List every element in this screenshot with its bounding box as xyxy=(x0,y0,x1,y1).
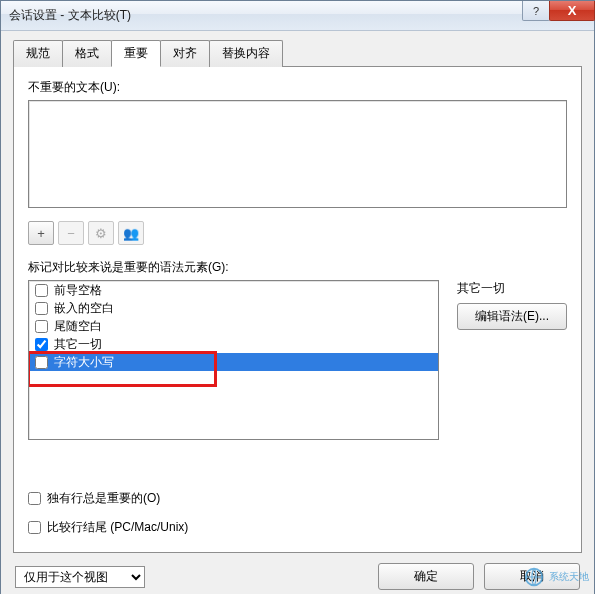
minus-icon: − xyxy=(67,226,75,241)
tab-tihuan[interactable]: 替换内容 xyxy=(209,40,283,67)
checkbox[interactable] xyxy=(35,356,48,369)
dialog-window: 会话设置 - 文本比较(T) ? X 规范 格式 重要 对齐 替换内容 不重要的… xyxy=(0,0,595,594)
orphan-lines-row: 独有行总是重要的(O) xyxy=(28,490,567,507)
settings-button[interactable]: ⚙ xyxy=(88,221,114,245)
orphan-lines-checkbox[interactable] xyxy=(28,492,41,505)
dialog-body: 规范 格式 重要 对齐 替换内容 不重要的文本(U): + − ⚙ 👥 标记对比… xyxy=(1,31,594,553)
checkbox[interactable] xyxy=(35,302,48,315)
tab-zhongyao[interactable]: 重要 xyxy=(111,40,161,67)
scope-select[interactable]: 仅用于这个视图 xyxy=(15,566,145,588)
tab-guifan[interactable]: 规范 xyxy=(13,40,63,67)
tab-strip: 规范 格式 重要 对齐 替换内容 xyxy=(13,40,582,67)
group-button[interactable]: 👥 xyxy=(118,221,144,245)
remove-button[interactable]: − xyxy=(58,221,84,245)
tab-duiqi[interactable]: 对齐 xyxy=(160,40,210,67)
ok-button[interactable]: 确定 xyxy=(378,563,474,590)
globe-icon xyxy=(523,566,545,588)
titlebar-buttons: ? X xyxy=(522,1,594,21)
unimportant-toolbar: + − ⚙ 👥 xyxy=(28,221,567,245)
help-button[interactable]: ? xyxy=(522,1,550,21)
checkbox[interactable] xyxy=(35,320,48,333)
line-endings-label: 比较行结尾 (PC/Mac/Unix) xyxy=(47,519,188,536)
list-item[interactable]: 字符大小写 xyxy=(29,353,438,371)
line-endings-checkbox[interactable] xyxy=(28,521,41,534)
plus-icon: + xyxy=(37,226,45,241)
close-button[interactable]: X xyxy=(549,1,595,21)
checkbox[interactable] xyxy=(35,284,48,297)
list-item-label: 前导空格 xyxy=(54,282,102,299)
unimportant-text-input[interactable] xyxy=(28,100,567,208)
gear-icon: ⚙ xyxy=(95,226,107,241)
add-button[interactable]: + xyxy=(28,221,54,245)
grammar-elements-label: 标记对比较来说是重要的语法元素(G): xyxy=(28,259,567,276)
dialog-footer: 仅用于这个视图 确定 取消 xyxy=(1,553,594,594)
group-icon: 👥 xyxy=(123,226,139,241)
orphan-lines-label: 独有行总是重要的(O) xyxy=(47,490,160,507)
tab-panel-important: 不重要的文本(U): + − ⚙ 👥 标记对比较来说是重要的语法元素(G): 前… xyxy=(13,66,582,553)
list-item[interactable]: 其它一切 xyxy=(29,335,438,353)
watermark: 系统天地 xyxy=(523,566,589,588)
grammar-side-column: 其它一切 编辑语法(E)... xyxy=(457,280,567,330)
everything-else-label: 其它一切 xyxy=(457,280,567,297)
checkbox[interactable] xyxy=(35,338,48,351)
edit-grammar-button[interactable]: 编辑语法(E)... xyxy=(457,303,567,330)
titlebar: 会话设置 - 文本比较(T) ? X xyxy=(1,1,594,31)
grammar-row: 前导空格 嵌入的空白 尾随空白 其它一切 xyxy=(28,280,567,440)
list-item[interactable]: 尾随空白 xyxy=(29,317,438,335)
grammar-listbox[interactable]: 前导空格 嵌入的空白 尾随空白 其它一切 xyxy=(28,280,439,440)
list-item-label: 其它一切 xyxy=(54,336,102,353)
list-item-label: 嵌入的空白 xyxy=(54,300,114,317)
list-item[interactable]: 前导空格 xyxy=(29,281,438,299)
tab-geshi[interactable]: 格式 xyxy=(62,40,112,67)
list-item-label: 字符大小写 xyxy=(54,354,114,371)
line-endings-row: 比较行结尾 (PC/Mac/Unix) xyxy=(28,519,567,536)
list-item[interactable]: 嵌入的空白 xyxy=(29,299,438,317)
list-item-label: 尾随空白 xyxy=(54,318,102,335)
window-title: 会话设置 - 文本比较(T) xyxy=(9,7,131,24)
unimportant-text-label: 不重要的文本(U): xyxy=(28,79,567,96)
